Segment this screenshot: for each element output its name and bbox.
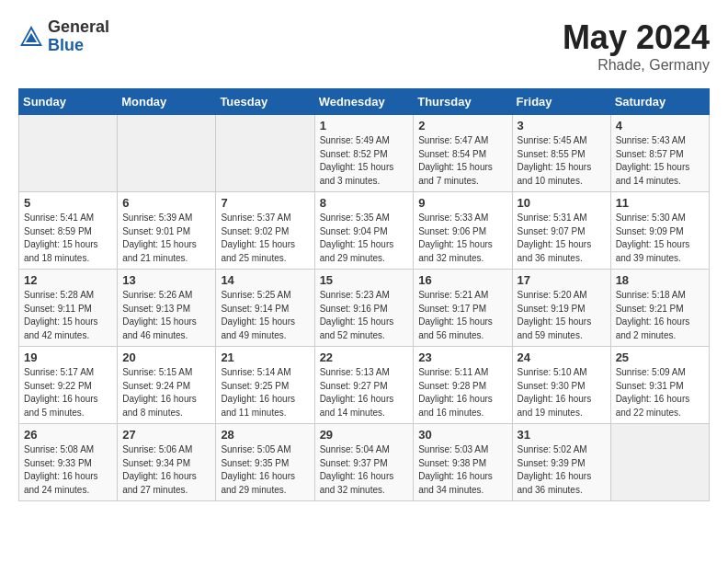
day-number: 26: [24, 428, 112, 442]
day-number: 28: [221, 428, 309, 442]
day-info: Sunrise: 5:35 AM Sunset: 9:04 PM Dayligh…: [320, 212, 409, 265]
location: Rhade, Germany: [563, 57, 710, 74]
day-info: Sunrise: 5:08 AM Sunset: 9:33 PM Dayligh…: [24, 443, 112, 497]
day-number: 17: [518, 273, 606, 287]
day-info: Sunrise: 5:39 AM Sunset: 9:01 PM Dayligh…: [122, 212, 210, 265]
day-info: Sunrise: 5:25 AM Sunset: 9:14 PM Dayligh…: [221, 289, 309, 342]
calendar-cell: 15Sunrise: 5:23 AM Sunset: 9:16 PM Dayli…: [314, 270, 414, 347]
day-info: Sunrise: 5:03 AM Sunset: 9:38 PM Dayligh…: [418, 443, 506, 497]
day-number: 6: [122, 196, 210, 210]
day-number: 14: [221, 273, 309, 287]
day-header-wednesday: Wednesday: [314, 89, 414, 115]
day-info: Sunrise: 5:14 AM Sunset: 9:25 PM Dayligh…: [221, 366, 309, 419]
calendar-cell: 21Sunrise: 5:14 AM Sunset: 9:25 PM Dayli…: [216, 347, 314, 424]
day-info: Sunrise: 5:43 AM Sunset: 8:57 PM Dayligh…: [616, 134, 704, 188]
calendar-cell: 29Sunrise: 5:04 AM Sunset: 9:37 PM Dayli…: [314, 424, 414, 501]
calendar-cell: 7Sunrise: 5:37 AM Sunset: 9:02 PM Daylig…: [216, 192, 314, 270]
day-info: Sunrise: 5:41 AM Sunset: 8:59 PM Dayligh…: [24, 212, 112, 265]
calendar-cell: 6Sunrise: 5:39 AM Sunset: 9:01 PM Daylig…: [118, 192, 216, 270]
day-info: Sunrise: 5:49 AM Sunset: 8:52 PM Dayligh…: [320, 134, 409, 188]
calendar-cell: [118, 115, 216, 192]
day-header-saturday: Saturday: [610, 89, 709, 115]
calendar-cell: 8Sunrise: 5:35 AM Sunset: 9:04 PM Daylig…: [314, 192, 414, 270]
calendar-cell: [610, 424, 709, 501]
day-number: 5: [24, 196, 112, 210]
day-number: 22: [320, 350, 409, 364]
day-info: Sunrise: 5:30 AM Sunset: 9:09 PM Dayligh…: [616, 212, 704, 265]
day-number: 30: [418, 428, 506, 442]
calendar-cell: [19, 115, 118, 192]
calendar-cell: 9Sunrise: 5:33 AM Sunset: 9:06 PM Daylig…: [414, 192, 512, 270]
calendar-week-row: 1Sunrise: 5:49 AM Sunset: 8:52 PM Daylig…: [19, 115, 710, 192]
day-number: 1: [320, 119, 409, 132]
calendar-cell: 31Sunrise: 5:02 AM Sunset: 9:39 PM Dayli…: [512, 424, 610, 501]
day-number: 12: [24, 273, 112, 287]
day-number: 29: [320, 428, 409, 442]
calendar-cell: 28Sunrise: 5:05 AM Sunset: 9:35 PM Dayli…: [216, 424, 314, 501]
day-info: Sunrise: 5:05 AM Sunset: 9:35 PM Dayligh…: [221, 443, 309, 497]
day-info: Sunrise: 5:23 AM Sunset: 9:16 PM Dayligh…: [320, 289, 409, 342]
day-info: Sunrise: 5:21 AM Sunset: 9:17 PM Dayligh…: [418, 289, 506, 342]
day-number: 18: [616, 273, 704, 287]
logo-blue: Blue: [48, 37, 109, 55]
page-header: General Blue May 2024 Rhade, Germany: [18, 18, 710, 74]
calendar-cell: 19Sunrise: 5:17 AM Sunset: 9:22 PM Dayli…: [19, 347, 118, 424]
calendar-cell: 1Sunrise: 5:49 AM Sunset: 8:52 PM Daylig…: [314, 115, 414, 192]
day-number: 2: [418, 119, 506, 132]
day-number: 13: [122, 273, 210, 287]
day-info: Sunrise: 5:28 AM Sunset: 9:11 PM Dayligh…: [24, 289, 112, 342]
calendar-cell: 18Sunrise: 5:18 AM Sunset: 9:21 PM Dayli…: [610, 270, 709, 347]
day-number: 4: [616, 119, 704, 132]
day-number: 19: [24, 350, 112, 364]
day-number: 27: [122, 428, 210, 442]
day-number: 7: [221, 196, 309, 210]
logo-general: General: [48, 18, 109, 37]
day-info: Sunrise: 5:47 AM Sunset: 8:54 PM Dayligh…: [418, 134, 506, 188]
calendar-cell: 30Sunrise: 5:03 AM Sunset: 9:38 PM Dayli…: [414, 424, 512, 501]
logo-text: General Blue: [48, 18, 109, 55]
day-info: Sunrise: 5:17 AM Sunset: 9:22 PM Dayligh…: [24, 366, 112, 419]
month-year: May 2024: [563, 18, 710, 57]
day-number: 20: [122, 350, 210, 364]
calendar-table: SundayMondayTuesdayWednesdayThursdayFrid…: [18, 88, 710, 501]
calendar-cell: 11Sunrise: 5:30 AM Sunset: 9:09 PM Dayli…: [610, 192, 709, 270]
calendar-cell: 4Sunrise: 5:43 AM Sunset: 8:57 PM Daylig…: [610, 115, 709, 192]
day-info: Sunrise: 5:09 AM Sunset: 9:31 PM Dayligh…: [616, 366, 704, 419]
day-info: Sunrise: 5:20 AM Sunset: 9:19 PM Dayligh…: [518, 289, 606, 342]
day-number: 24: [518, 350, 606, 364]
day-header-monday: Monday: [118, 89, 216, 115]
calendar-cell: 26Sunrise: 5:08 AM Sunset: 9:33 PM Dayli…: [19, 424, 118, 501]
calendar-cell: 12Sunrise: 5:28 AM Sunset: 9:11 PM Dayli…: [19, 270, 118, 347]
day-number: 15: [320, 273, 409, 287]
calendar-cell: 2Sunrise: 5:47 AM Sunset: 8:54 PM Daylig…: [414, 115, 512, 192]
day-number: 25: [616, 350, 704, 364]
calendar-cell: 14Sunrise: 5:25 AM Sunset: 9:14 PM Dayli…: [216, 270, 314, 347]
day-info: Sunrise: 5:31 AM Sunset: 9:07 PM Dayligh…: [518, 212, 606, 265]
day-number: 21: [221, 350, 309, 364]
calendar-cell: 20Sunrise: 5:15 AM Sunset: 9:24 PM Dayli…: [118, 347, 216, 424]
calendar-cell: 23Sunrise: 5:11 AM Sunset: 9:28 PM Dayli…: [414, 347, 512, 424]
day-info: Sunrise: 5:04 AM Sunset: 9:37 PM Dayligh…: [320, 443, 409, 497]
calendar-week-row: 26Sunrise: 5:08 AM Sunset: 9:33 PM Dayli…: [19, 424, 710, 501]
calendar-week-row: 12Sunrise: 5:28 AM Sunset: 9:11 PM Dayli…: [19, 270, 710, 347]
day-number: 16: [418, 273, 506, 287]
calendar-cell: 27Sunrise: 5:06 AM Sunset: 9:34 PM Dayli…: [118, 424, 216, 501]
logo-icon: [18, 24, 44, 50]
day-info: Sunrise: 5:37 AM Sunset: 9:02 PM Dayligh…: [221, 212, 309, 265]
day-info: Sunrise: 5:13 AM Sunset: 9:27 PM Dayligh…: [320, 366, 409, 419]
day-number: 11: [616, 196, 704, 210]
day-info: Sunrise: 5:33 AM Sunset: 9:06 PM Dayligh…: [418, 212, 506, 265]
day-number: 31: [518, 428, 606, 442]
day-header-tuesday: Tuesday: [216, 89, 314, 115]
day-info: Sunrise: 5:10 AM Sunset: 9:30 PM Dayligh…: [518, 366, 606, 419]
calendar-cell: 10Sunrise: 5:31 AM Sunset: 9:07 PM Dayli…: [512, 192, 610, 270]
calendar-week-row: 19Sunrise: 5:17 AM Sunset: 9:22 PM Dayli…: [19, 347, 710, 424]
calendar-cell: 17Sunrise: 5:20 AM Sunset: 9:19 PM Dayli…: [512, 270, 610, 347]
day-info: Sunrise: 5:18 AM Sunset: 9:21 PM Dayligh…: [616, 289, 704, 342]
calendar-header-row: SundayMondayTuesdayWednesdayThursdayFrid…: [19, 89, 710, 115]
day-info: Sunrise: 5:26 AM Sunset: 9:13 PM Dayligh…: [122, 289, 210, 342]
day-header-sunday: Sunday: [19, 89, 118, 115]
logo: General Blue: [18, 18, 109, 55]
day-number: 8: [320, 196, 409, 210]
calendar-cell: 5Sunrise: 5:41 AM Sunset: 8:59 PM Daylig…: [19, 192, 118, 270]
